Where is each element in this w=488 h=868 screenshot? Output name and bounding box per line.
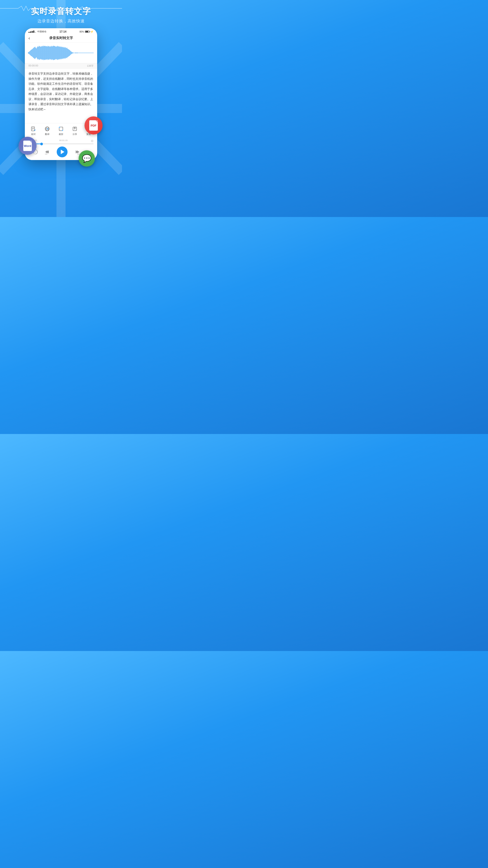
battery-percent: 80% <box>79 31 84 33</box>
proofread-label: 校对 <box>31 133 36 136</box>
svg-rect-37 <box>48 46 48 60</box>
wechat-share-button[interactable]: 💬 <box>78 150 95 166</box>
battery-icon <box>85 31 90 33</box>
translate-icon: 译 <box>44 126 51 132</box>
play-button[interactable] <box>57 147 68 157</box>
svg-rect-105 <box>31 127 35 131</box>
svg-rect-89 <box>83 53 84 53</box>
svg-rect-96 <box>88 53 88 53</box>
svg-rect-57 <box>61 46 62 59</box>
svg-rect-25 <box>39 46 40 59</box>
svg-rect-41 <box>51 46 51 59</box>
share-label: 分享 <box>72 133 77 136</box>
svg-rect-18 <box>35 47 35 59</box>
timer-icon: ⊙ <box>91 139 94 143</box>
back-button[interactable]: ‹ <box>29 35 30 41</box>
svg-rect-23 <box>38 47 39 59</box>
svg-rect-78 <box>75 53 76 53</box>
waveform-display <box>28 45 94 61</box>
svg-rect-91 <box>84 53 85 53</box>
svg-rect-9 <box>29 52 29 54</box>
svg-rect-53 <box>59 46 59 60</box>
svg-rect-24 <box>39 46 39 60</box>
nav-title: 录音实时转文字 <box>49 36 73 40</box>
status-left: 中国移动 <box>29 30 46 33</box>
svg-rect-31 <box>43 46 44 60</box>
svg-rect-49 <box>56 47 56 59</box>
svg-rect-39 <box>49 46 50 60</box>
svg-rect-58 <box>62 47 62 59</box>
carrier-label: 中国移动 <box>37 30 46 33</box>
svg-rect-100 <box>90 53 91 53</box>
svg-rect-8 <box>28 52 29 54</box>
header-section: 实时录音转文字 边录音边转换，高效快速 <box>0 0 122 26</box>
crop-button[interactable]: 裁剪 <box>58 126 64 136</box>
rewind-button[interactable]: 10s <box>44 149 51 155</box>
progress-bar[interactable] <box>29 144 94 144</box>
svg-rect-102 <box>92 53 92 53</box>
translate-button[interactable]: 译 翻译 <box>44 126 51 136</box>
svg-rect-72 <box>71 52 72 54</box>
pdf-export-button[interactable]: PDF <box>85 116 103 134</box>
svg-rect-62 <box>65 48 65 58</box>
svg-rect-92 <box>85 53 86 53</box>
signal-indicator <box>29 31 36 33</box>
svg-rect-42 <box>51 46 52 60</box>
svg-rect-22 <box>37 46 38 59</box>
translate-label: 翻译 <box>45 133 50 136</box>
pdf-badge-container: PDF <box>85 116 103 134</box>
svg-rect-97 <box>88 53 89 53</box>
svg-rect-14 <box>32 49 33 57</box>
svg-rect-54 <box>59 47 60 59</box>
svg-rect-43 <box>52 46 52 59</box>
svg-rect-71 <box>71 51 71 55</box>
svg-rect-64 <box>66 48 66 58</box>
crop-icon <box>58 126 64 132</box>
waveform-container <box>25 43 97 63</box>
svg-rect-30 <box>43 46 43 59</box>
svg-rect-99 <box>90 53 90 53</box>
svg-rect-55 <box>60 46 60 59</box>
svg-rect-73 <box>72 52 72 54</box>
svg-rect-38 <box>48 46 49 59</box>
svg-text:10s: 10s <box>45 153 47 155</box>
pdf-label: PDF <box>91 124 96 127</box>
transcription-content: 录音转文字支持边录音边转文字，转换准确迅捷，操作方便，还支持在线翻译，同时也支持… <box>25 69 97 114</box>
svg-rect-101 <box>91 53 92 53</box>
progress-thumb[interactable] <box>40 143 43 145</box>
svg-rect-85 <box>80 53 80 53</box>
svg-rect-104 <box>93 53 94 53</box>
svg-rect-94 <box>86 53 87 53</box>
svg-rect-82 <box>78 53 78 53</box>
sub-title: 边录音边转换，高效快速 <box>4 18 118 24</box>
status-right: 80% ⚡ <box>79 30 94 33</box>
svg-rect-11 <box>30 51 31 55</box>
svg-rect-28 <box>41 46 42 59</box>
progress-times: 00:00:15 00:01:15 ⊙ <box>29 139 94 143</box>
svg-rect-35 <box>46 46 47 60</box>
battery-fill <box>86 31 88 32</box>
svg-rect-20 <box>36 49 37 57</box>
proofread-button[interactable]: 校对 <box>30 126 37 136</box>
word-export-button[interactable]: Word <box>19 137 37 155</box>
svg-rect-45 <box>53 46 54 60</box>
share-button[interactable]: 分享 <box>72 126 78 136</box>
svg-rect-13 <box>31 50 32 56</box>
svg-rect-15 <box>33 49 33 57</box>
svg-rect-113 <box>59 127 63 131</box>
total-time: 00:01:15 <box>59 139 68 143</box>
time-display: 17:14 <box>59 30 66 33</box>
svg-text:译: 译 <box>47 128 48 130</box>
svg-rect-77 <box>75 53 75 53</box>
svg-rect-103 <box>92 53 93 53</box>
svg-rect-68 <box>69 50 69 56</box>
time-info-bar: 00:00:00 138字 <box>25 63 97 69</box>
svg-rect-26 <box>40 47 41 59</box>
svg-rect-21 <box>37 47 37 59</box>
svg-rect-93 <box>86 53 86 53</box>
status-bar: 中国移动 17:14 80% ⚡ <box>25 28 97 34</box>
svg-rect-61 <box>64 47 64 59</box>
svg-rect-60 <box>63 48 64 58</box>
main-title: 实时录音转文字 <box>4 6 118 17</box>
phone-container: Word PDF 💬 <box>25 28 97 217</box>
